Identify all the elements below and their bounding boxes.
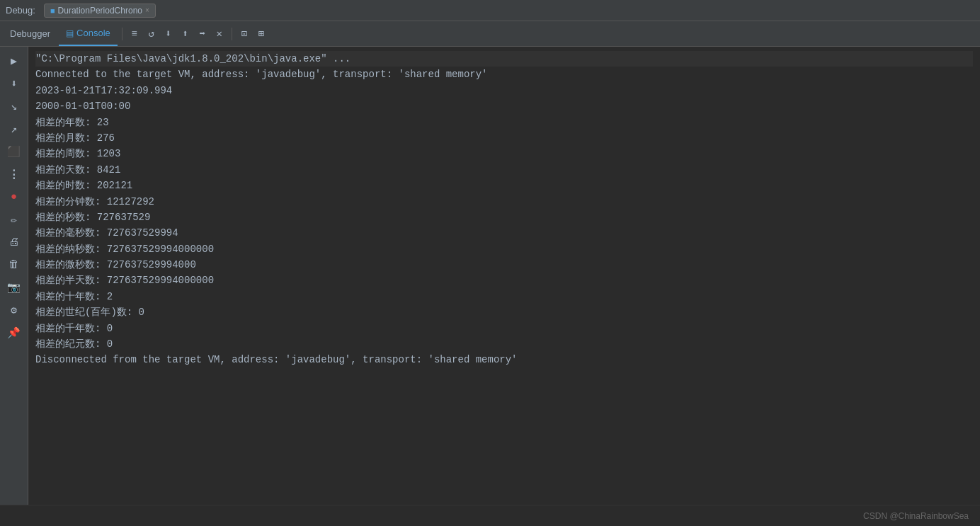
- console-line: 相差的纳秒数: 727637529994000000: [35, 241, 973, 257]
- sidebar-btn-screenshot[interactable]: 📷: [4, 278, 24, 297]
- sidebar-btn-edit[interactable]: ✏: [4, 210, 24, 229]
- console-line: 相差的千年数: 0: [35, 321, 973, 336]
- toolbar-btn-variables[interactable]: ⊞: [253, 26, 269, 42]
- sidebar: ▶ ⬇ ↘ ↗ ⬛ ⋮ ● ✏ 🖨 🗑 📷 ⚙ 📌: [0, 47, 28, 505]
- sidebar-btn-more[interactable]: ⋮: [4, 164, 24, 184]
- console-line: 2000-01-01T00:00: [35, 98, 973, 114]
- top-bar: Debug: ■ DurationPeriodChrono ×: [0, 0, 980, 21]
- sidebar-btn-clear[interactable]: 🗑: [4, 255, 24, 275]
- file-tab[interactable]: ■ DurationPeriodChrono ×: [44, 4, 156, 18]
- watermark-text: CSDN @ChinaRainbowSea: [863, 511, 969, 521]
- toolbar-btn-rerun[interactable]: ↺: [144, 26, 159, 42]
- console-label: Console: [76, 28, 110, 38]
- toolbar-btn-menu[interactable]: ≡: [127, 26, 142, 42]
- tab-console[interactable]: ▤ Console: [59, 21, 118, 46]
- console-line: Connected to the target VM, address: 'ja…: [35, 67, 973, 82]
- console-line: 相差的纪元数: 0: [35, 336, 973, 352]
- toolbar-btn-step-out[interactable]: ⬆: [178, 26, 193, 42]
- sidebar-btn-stop[interactable]: ⬛: [4, 142, 24, 161]
- console-line: 相差的世纪(百年)数: 0: [35, 304, 973, 320]
- toolbar-btn-step-over[interactable]: ⬇: [161, 26, 176, 42]
- console-line: 相差的年数: 23: [35, 115, 973, 130]
- toolbar-btn-stop[interactable]: ✕: [212, 26, 227, 42]
- toolbar: Debugger ▤ Console ≡ ↺ ⬇ ⬆ ➡ ✕ ⊡ ⊞: [0, 21, 980, 47]
- debug-label: Debug:: [6, 5, 35, 16]
- console-line: 相差的周数: 1203: [35, 146, 973, 161]
- console-line: 2023-01-21T17:32:09.994: [35, 83, 973, 98]
- sidebar-btn-step-out[interactable]: ↗: [4, 119, 24, 139]
- sidebar-btn-print[interactable]: 🖨: [4, 232, 24, 252]
- main-area: ▶ ⬇ ↘ ↗ ⬛ ⋮ ● ✏ 🖨 🗑 📷 ⚙ 📌 "C:\Program Fi…: [0, 47, 980, 505]
- debugger-label: Debugger: [10, 28, 50, 39]
- bottom-bar: CSDN @ChinaRainbowSea: [0, 505, 980, 526]
- console-line: Disconnected from the target VM, address…: [35, 352, 973, 367]
- console-line: "C:\Program Files\Java\jdk1.8.0_202\bin\…: [35, 51, 973, 67]
- file-icon: ■: [50, 6, 55, 15]
- console-line: 相差的十年数: 2: [35, 289, 973, 304]
- console-area[interactable]: "C:\Program Files\Java\jdk1.8.0_202\bin\…: [28, 47, 980, 505]
- console-line: 相差的时数: 202121: [35, 178, 973, 193]
- sidebar-btn-step-into[interactable]: ↘: [4, 96, 24, 116]
- sidebar-btn-pin[interactable]: 📌: [4, 323, 24, 343]
- sidebar-btn-step-over[interactable]: ⬇: [4, 74, 24, 93]
- toolbar-btn-frames[interactable]: ⊡: [237, 26, 252, 42]
- toolbar-divider-2: [232, 28, 232, 40]
- console-line: 相差的半天数: 727637529994000000: [35, 273, 973, 288]
- toolbar-btn-step-into[interactable]: ➡: [195, 26, 210, 42]
- console-line: 相差的毫秒数: 727637529994: [35, 225, 973, 241]
- sidebar-btn-resume[interactable]: ▶: [4, 51, 24, 71]
- toolbar-divider-1: [122, 28, 122, 40]
- console-line: 相差的月数: 276: [35, 130, 973, 146]
- sidebar-btn-settings[interactable]: ⚙: [4, 300, 24, 320]
- close-tab-icon[interactable]: ×: [145, 6, 149, 14]
- tab-debugger[interactable]: Debugger: [3, 21, 57, 46]
- console-line: 相差的微秒数: 727637529994000: [35, 257, 973, 273]
- console-line: 相差的天数: 8421: [35, 162, 973, 178]
- tab-name: DurationPeriodChrono: [58, 6, 142, 16]
- console-line: 相差的分钟数: 12127292: [35, 194, 973, 210]
- console-line: 相差的秒数: 727637529: [35, 210, 973, 225]
- console-icon: ▤: [66, 28, 74, 38]
- sidebar-btn-breakpoint[interactable]: ●: [4, 187, 24, 207]
